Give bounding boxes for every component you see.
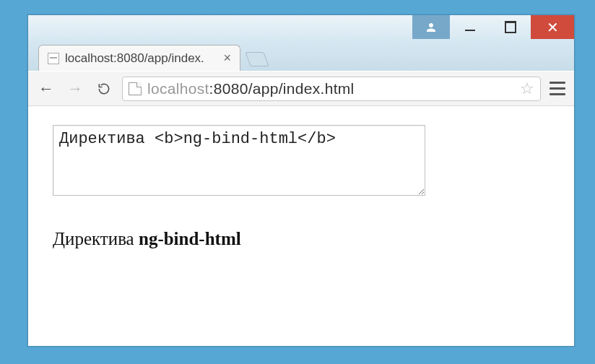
tab-strip: localhost:8080/app/index. × [28,39,574,71]
forward-button[interactable]: → [64,78,86,100]
tab-title: localhost:8080/app/index. [65,51,217,66]
address-bar[interactable]: localhost:8080/app/index.html ☆ [122,77,541,101]
page-icon [129,82,142,95]
rendered-text: Директива [53,229,139,248]
browser-tab[interactable]: localhost:8080/app/index. × [38,45,240,71]
toolbar: ← → localhost:8080/app/index.html ☆ [28,72,574,106]
page-content: Директива ng-bind-html [28,106,574,268]
close-tab-button[interactable]: × [223,51,231,66]
hamburger-line-icon [550,93,565,95]
browser-window: ✕ localhost:8080/app/index. × ← → localh… [27,14,575,347]
back-button[interactable]: ← [35,78,57,100]
titlebar: ✕ [28,15,574,40]
user-icon [425,21,438,34]
new-tab-button[interactable] [245,52,269,66]
hamburger-line-icon [550,87,565,90]
bookmark-star-icon[interactable]: ☆ [520,79,534,98]
close-window-button[interactable]: ✕ [531,15,574,39]
user-profile-button[interactable] [412,15,450,39]
menu-button[interactable] [548,79,567,98]
page-favicon-icon [48,53,59,64]
minimize-button[interactable] [450,15,490,39]
reload-icon [97,82,111,96]
rendered-bold: ng-bind-html [139,229,241,248]
rendered-output: Директива ng-bind-html [53,229,550,249]
hamburger-line-icon [550,82,565,84]
url-text: localhost:8080/app/index.html [147,80,514,98]
maximize-button[interactable] [490,15,531,39]
reload-button[interactable] [93,78,115,100]
directive-textarea[interactable] [53,125,425,196]
